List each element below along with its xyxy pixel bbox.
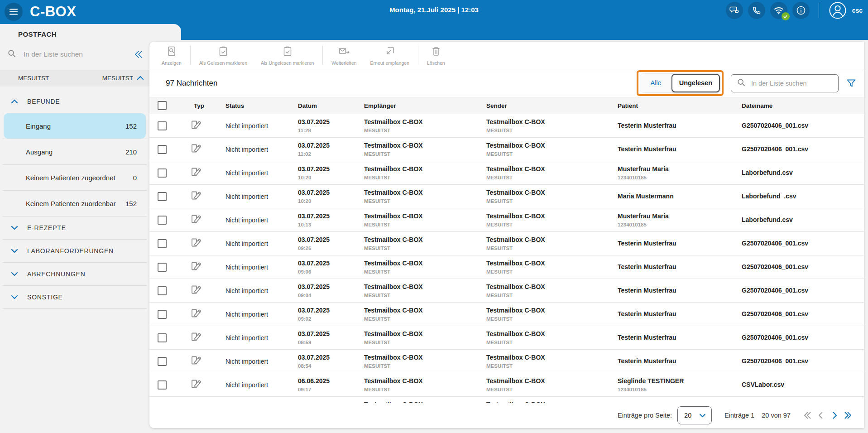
- row-checkbox[interactable]: [158, 192, 167, 201]
- last-page-icon[interactable]: [841, 409, 855, 422]
- filter-all-button[interactable]: Alle: [640, 74, 671, 92]
- table-row[interactable]: Nicht importiert03.07.202511:02Testmailb…: [149, 138, 864, 161]
- sidebar-item-keinem-patienten-zugeordnet[interactable]: Keinem Patienten zugeordnet0: [0, 165, 149, 190]
- sender-cell: Testmailbox C-BOXMESUITST: [477, 307, 609, 322]
- sidebar-section-abrechnungen[interactable]: ABRECHNUNGEN: [0, 263, 149, 285]
- table-row[interactable]: Nicht importiert06.06.202509:17Testmailb…: [149, 373, 864, 397]
- toolbar-button-label: Erneut empfangen: [370, 60, 409, 66]
- filename-cell: G2507020406_001.csv: [733, 334, 864, 342]
- sender-cell: Testmailbox C-BOXMESUITST: [477, 260, 609, 274]
- date-cell: 06.06.202509:17: [289, 377, 355, 392]
- row-checkbox[interactable]: [158, 121, 167, 130]
- table-row[interactable]: Nicht importiert03.07.202509:26Testmailb…: [149, 232, 864, 255]
- recipient-cell: Testmailbox C-BOXMESUITST: [355, 212, 477, 227]
- row-checkbox[interactable]: [158, 380, 167, 390]
- sidebar-search-input[interactable]: [23, 50, 128, 59]
- list-search-input[interactable]: [750, 79, 837, 87]
- filter-unread-button[interactable]: Ungelesen: [671, 74, 720, 92]
- recipient-cell: Testmailbox C-BOXMESUITST: [355, 142, 477, 157]
- row-checkbox[interactable]: [158, 216, 167, 225]
- next-page-icon[interactable]: [828, 409, 841, 422]
- column-header-typ: Typ: [175, 102, 216, 109]
- item-label: Keinem Patienten zugeordnet: [26, 174, 115, 182]
- lab-report-icon: [175, 378, 216, 392]
- sidebar-item-ausgang[interactable]: Ausgang210: [0, 139, 149, 164]
- mark-unread-icon: [282, 45, 293, 58]
- sender-cell: Testmailbox C-BOXMESUITST: [477, 142, 609, 157]
- previous-page-icon[interactable]: [814, 409, 828, 422]
- per-page-select[interactable]: 20: [677, 406, 712, 424]
- table-row[interactable]: Nicht importiert03.07.202508:59Testmailb…: [149, 326, 864, 350]
- status-text: Nicht importiert: [216, 358, 289, 365]
- select-all-checkbox[interactable]: [158, 101, 167, 110]
- table-row[interactable]: Nicht importiert03.07.202509:02Testmailb…: [149, 303, 864, 326]
- phone-icon[interactable]: [748, 2, 765, 19]
- toolbar-button-label: Löschen: [427, 60, 445, 66]
- row-checkbox[interactable]: [158, 286, 167, 295]
- sender-cell: Testmailbox C-BOXMESUITST: [477, 401, 609, 403]
- sidebar-search: [0, 45, 149, 63]
- sidebar-section-sonstige[interactable]: SONSTIGE: [0, 286, 149, 308]
- mailbox-selected: MESUITST: [102, 75, 133, 82]
- row-checkbox[interactable]: [158, 263, 167, 272]
- lab-report-icon: [175, 166, 216, 180]
- recipient-cell: Testmailbox C-BOXMESUITST: [355, 118, 477, 133]
- section-label: ABRECHNUNGEN: [27, 270, 86, 278]
- delete-button[interactable]: Löschen: [420, 45, 452, 66]
- forward-mail-button[interactable]: Weiterleiten: [325, 45, 363, 66]
- sidebar-item-keinem-patienten-zuordenbar[interactable]: Keinem Patienten zuordenbar152: [0, 191, 149, 216]
- recipient-cell: Testmailbox C-BOXMESUITST: [355, 260, 477, 274]
- sidebar-item-eingang[interactable]: Eingang152: [4, 113, 146, 139]
- patient-cell: Musterfrau Maria1234010185: [609, 165, 733, 180]
- row-checkbox[interactable]: [158, 310, 167, 319]
- mark-read-button[interactable]: Als Gelesen markieren: [192, 45, 254, 66]
- row-checkbox[interactable]: [158, 145, 167, 154]
- table-row[interactable]: Nicht importiert03.07.202510:13Testmailb…: [149, 208, 864, 232]
- mark-unread-button[interactable]: Als Ungelesen markieren: [254, 45, 321, 66]
- status-text: Nicht importiert: [216, 240, 289, 247]
- table-row[interactable]: Nicht importiert03.07.202510:20Testmailb…: [149, 161, 864, 185]
- chat-icon[interactable]: [726, 2, 743, 19]
- date-cell: 03.07.202508:59: [289, 330, 355, 345]
- column-header-dateiname: Dateiname: [733, 102, 864, 109]
- item-count: 0: [133, 174, 137, 182]
- table-row[interactable]: Nicht importiert03.07.202509:04Testmailb…: [149, 279, 864, 303]
- sender-cell: Testmailbox C-BOXMESUITST: [477, 330, 609, 345]
- receive-again-button[interactable]: Erneut empfangen: [364, 45, 416, 66]
- sidebar-section-laboranforderungen[interactable]: LABORANFORDERUNGEN: [0, 240, 149, 262]
- section-label: E-REZEPTE: [27, 224, 66, 231]
- chevron-down-icon: [11, 247, 18, 255]
- table-row[interactable]: Nicht importiert03.07.202509:06Testmailb…: [149, 255, 864, 279]
- message-toolbar: AnzeigenAls Gelesen markierenAls Ungeles…: [149, 42, 864, 69]
- info-icon[interactable]: [792, 2, 810, 19]
- row-checkbox[interactable]: [158, 357, 167, 366]
- row-checkbox[interactable]: [158, 333, 167, 342]
- filename-cell: G2507020406_001.csv: [733, 287, 864, 295]
- filename-cell: Laborbefund_.csv: [733, 192, 864, 201]
- filename-cell: G2507020406_001.csv: [733, 240, 864, 248]
- view-document-button[interactable]: Anzeigen: [155, 45, 188, 66]
- wifi-icon[interactable]: [770, 2, 787, 19]
- patient-cell: Testerin Musterfrau: [609, 240, 733, 248]
- table-row[interactable]: Nicht importiert03.07.202511:28Testmailb…: [149, 114, 864, 138]
- patient-cell: Testerin Musterfrau: [609, 122, 733, 130]
- sidebar-section-e-rezepte[interactable]: E-REZEPTE: [0, 216, 149, 239]
- row-checkbox[interactable]: [158, 168, 167, 178]
- table-row[interactable]: Nicht importiert06.06.2025Testmailbox C-…: [149, 397, 864, 403]
- table-row[interactable]: Nicht importiert03.07.202508:54Testmailb…: [149, 350, 864, 373]
- mailbox-selector[interactable]: MESUITST MESUITST: [0, 70, 149, 87]
- user-avatar[interactable]: [828, 1, 847, 20]
- table-row[interactable]: Nicht importiert03.07.202510:20Testmailb…: [149, 185, 864, 208]
- row-checkbox[interactable]: [158, 239, 167, 248]
- collapse-sidebar-icon[interactable]: [134, 50, 143, 58]
- date-cell: 03.07.202509:02: [289, 307, 355, 322]
- search-icon: [7, 49, 16, 60]
- patient-cell: Maria Mustermann: [609, 192, 733, 201]
- recipient-cell: Testmailbox C-BOXMESUITST: [355, 236, 477, 251]
- recipient-cell: Testmailbox C-BOXMESUITST: [355, 330, 477, 345]
- sender-cell: Testmailbox C-BOXMESUITST: [477, 212, 609, 227]
- filter-icon[interactable]: [846, 78, 857, 89]
- sidebar-section-befunde[interactable]: BEFUNDE: [0, 90, 149, 113]
- first-page-icon[interactable]: [801, 409, 814, 422]
- read-filter-toggle: Alle Ungelesen: [640, 73, 720, 93]
